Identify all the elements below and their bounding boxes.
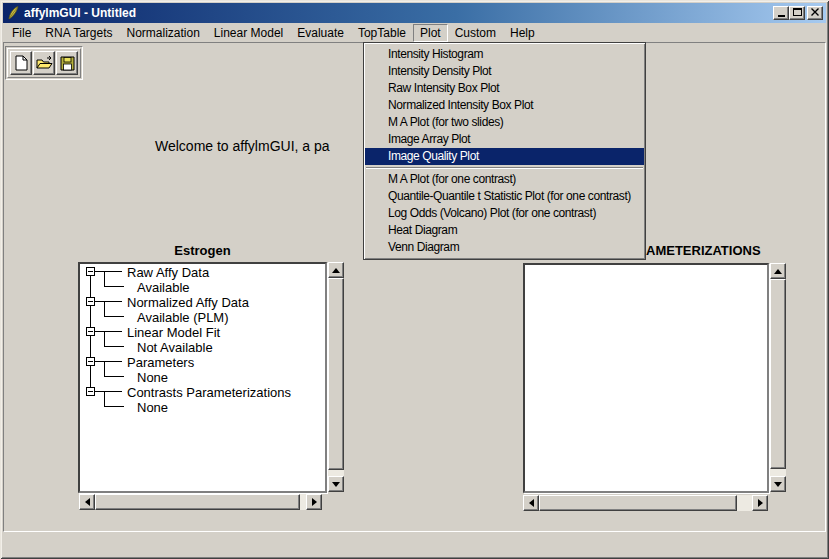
menu-item-qq-t-statistic-plot[interactable]: Quantile-Quantile t Statistic Plot (for … — [365, 188, 644, 205]
toolbar-group — [7, 48, 81, 78]
titlebar[interactable]: affylmGUI - Untitled — [3, 3, 826, 23]
scroll-left-button[interactable] — [523, 495, 539, 511]
open-file-button[interactable] — [33, 51, 55, 75]
tree-expand-toggle[interactable] — [86, 267, 95, 276]
scroll-down-button[interactable] — [770, 476, 786, 492]
menu-linear-model[interactable]: Linear Model — [207, 24, 290, 42]
tree-line — [104, 392, 105, 407]
tree-expand-toggle[interactable] — [86, 357, 95, 366]
tree-line — [90, 366, 91, 387]
tree-line — [104, 346, 124, 347]
menu-evaluate[interactable]: Evaluate — [290, 24, 351, 42]
contrasts-list — [525, 265, 767, 491]
scroll-right-button[interactable] — [752, 495, 768, 511]
tree-line — [104, 406, 124, 407]
app-window: affylmGUI - Untitled File RNA Targets No… — [0, 0, 829, 559]
tree-node-label[interactable]: Raw Affy Data — [127, 265, 209, 280]
estrogen-tree-listbox[interactable]: Raw Affy Data Available Normalized Affy … — [78, 262, 327, 493]
new-file-button[interactable] — [10, 51, 32, 75]
window-title: affylmGUI - Untitled — [24, 6, 136, 20]
menu-normalization[interactable]: Normalization — [120, 24, 207, 42]
minus-icon — [88, 301, 93, 302]
tree-line — [104, 362, 105, 377]
down-arrow-icon — [332, 482, 340, 487]
menu-item-ma-plot-two-slides[interactable]: M A Plot (for two slides) — [365, 114, 644, 131]
menu-item-normalized-intensity-box-plot[interactable]: Normalized Intensity Box Plot — [365, 97, 644, 114]
menu-item-image-quality-plot[interactable]: Image Quality Plot — [365, 148, 644, 165]
tree-node-label[interactable]: Parameters — [127, 355, 194, 370]
tree-expand-toggle[interactable] — [86, 297, 95, 306]
menu-item-intensity-histogram[interactable]: Intensity Histogram — [365, 46, 644, 63]
menu-file[interactable]: File — [5, 24, 38, 42]
tree-line — [95, 331, 122, 332]
menu-item-intensity-density-plot[interactable]: Intensity Density Plot — [365, 63, 644, 80]
new-document-icon — [14, 55, 28, 71]
minus-icon — [88, 331, 93, 332]
minus-icon — [88, 271, 93, 272]
close-button[interactable] — [807, 6, 823, 20]
tree-line — [104, 376, 124, 377]
open-folder-icon — [36, 55, 53, 71]
toolbar — [5, 46, 83, 80]
tree-node-status[interactable]: Available — [137, 280, 190, 295]
menu-item-heat-diagram[interactable]: Heat Diagram — [365, 222, 644, 239]
tree-expand-toggle[interactable] — [86, 387, 95, 396]
scroll-right-button[interactable] — [306, 494, 322, 510]
tree-node-status[interactable]: None — [137, 370, 168, 385]
menu-item-ma-plot-one-contrast[interactable]: M A Plot (for one contrast) — [365, 171, 644, 188]
right-arrow-icon — [758, 499, 763, 507]
tree-line — [104, 302, 105, 317]
tree-node-label[interactable]: Linear Model Fit — [127, 325, 220, 340]
save-floppy-icon — [60, 56, 75, 71]
tree-node-status[interactable]: None — [137, 400, 168, 415]
tree-line — [95, 271, 122, 272]
scrollbar-thumb[interactable] — [770, 279, 786, 469]
tree-line — [95, 301, 122, 302]
menu-item-image-array-plot[interactable]: Image Array Plot — [365, 131, 644, 148]
minimize-button[interactable] — [773, 6, 789, 20]
menu-item-venn-diagram[interactable]: Venn Diagram — [365, 239, 644, 256]
tree-line — [104, 286, 124, 287]
tree-node-label[interactable]: Normalized Affy Data — [127, 295, 249, 310]
scroll-down-button[interactable] — [328, 476, 344, 492]
menubar: File RNA Targets Normalization Linear Mo… — [3, 23, 826, 42]
plot-dropdown-menu: Intensity Histogram Intensity Density Pl… — [363, 42, 646, 260]
menu-item-log-odds-volcano-plot[interactable]: Log Odds (Volcano) Plot (for one contras… — [365, 205, 644, 222]
scrollbar-thumb[interactable] — [328, 278, 344, 470]
right-horizontal-scrollbar[interactable] — [523, 495, 768, 511]
left-vertical-scrollbar[interactable] — [328, 262, 344, 492]
save-file-button[interactable] — [56, 51, 78, 75]
menu-custom[interactable]: Custom — [448, 24, 503, 42]
menu-toptable[interactable]: TopTable — [351, 24, 413, 42]
tree-node-status[interactable]: Available (PLM) — [137, 310, 229, 325]
scrollbar-thumb[interactable] — [539, 495, 737, 511]
up-arrow-icon — [332, 268, 340, 273]
maximize-button[interactable] — [789, 6, 805, 20]
minus-icon — [88, 361, 93, 362]
tree-line — [90, 336, 91, 357]
menu-plot[interactable]: Plot — [413, 24, 448, 42]
left-horizontal-scrollbar[interactable] — [79, 494, 322, 510]
menu-item-raw-intensity-box-plot[interactable]: Raw Intensity Box Plot — [365, 80, 644, 97]
scrollbar-thumb[interactable] — [95, 494, 300, 510]
scroll-up-button[interactable] — [770, 263, 786, 279]
tree-line — [104, 316, 124, 317]
tree-expand-toggle[interactable] — [86, 327, 95, 336]
tree-node-label[interactable]: Contrasts Parameterizations — [127, 385, 291, 400]
scroll-left-button[interactable] — [79, 494, 95, 510]
close-icon — [811, 8, 819, 16]
tree-line — [90, 306, 91, 327]
menu-rna-targets[interactable]: RNA Targets — [38, 24, 119, 42]
welcome-text: Welcome to affylmGUI, a pa — [155, 138, 330, 154]
menu-separator — [366, 167, 643, 169]
down-arrow-icon — [774, 482, 782, 487]
right-arrow-icon — [312, 498, 317, 506]
right-vertical-scrollbar[interactable] — [770, 263, 786, 492]
scroll-up-button[interactable] — [328, 262, 344, 278]
tree-node-status[interactable]: Not Available — [137, 340, 213, 355]
menu-help[interactable]: Help — [503, 24, 542, 42]
minimize-icon — [778, 15, 785, 17]
left-panel-title: Estrogen — [78, 243, 327, 258]
tree-line — [95, 361, 122, 362]
contrasts-listbox[interactable] — [523, 263, 769, 493]
